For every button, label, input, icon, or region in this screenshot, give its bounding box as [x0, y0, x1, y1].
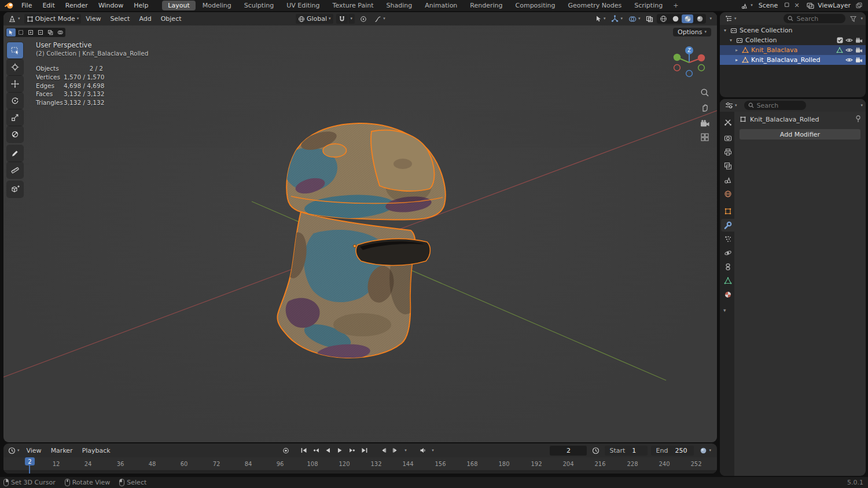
- filter-icon[interactable]: [848, 14, 858, 23]
- zoom-button[interactable]: [698, 86, 712, 100]
- shading-wireframe-button[interactable]: [657, 14, 669, 23]
- workspace-tab-uv-editing[interactable]: UV Editing: [281, 1, 325, 10]
- disable-render-icon[interactable]: [855, 38, 863, 43]
- tool-add-cube-button[interactable]: [7, 181, 23, 197]
- properties-search-input[interactable]: [757, 102, 802, 109]
- hide-eye-icon[interactable]: [845, 47, 853, 53]
- frame-start-field[interactable]: Start1: [605, 446, 648, 456]
- shading-material-button[interactable]: [682, 14, 693, 23]
- playhead-marker[interactable]: 2: [25, 457, 35, 465]
- playhead-line[interactable]: [29, 465, 30, 474]
- timeline-track[interactable]: [3, 470, 717, 474]
- tab-output[interactable]: [722, 146, 734, 159]
- blender-logo-icon[interactable]: [4, 2, 14, 9]
- selectability-dropdown[interactable]: ▾: [593, 14, 608, 24]
- disable-render-icon[interactable]: [855, 57, 863, 63]
- play-reverse-button[interactable]: [322, 445, 333, 456]
- viewport-menu-view[interactable]: View: [81, 12, 105, 25]
- tab-object-data[interactable]: [722, 274, 734, 287]
- workspace-tab-scripting[interactable]: Scripting: [628, 1, 668, 10]
- editor-type-button[interactable]: ▾: [6, 14, 23, 24]
- tab-tool[interactable]: [722, 116, 734, 129]
- workspace-tab-layout[interactable]: Layout: [162, 1, 195, 10]
- timeline-menu-playback[interactable]: Playback: [78, 444, 115, 457]
- tab-particles[interactable]: [722, 233, 734, 245]
- xray-toggle[interactable]: [643, 14, 656, 24]
- balaclava-model[interactable]: [252, 99, 484, 377]
- outliner-row-scene-collection[interactable]: ▾ Scene Collection: [720, 25, 866, 35]
- outliner-row-collection[interactable]: ▾ Collection: [720, 35, 866, 45]
- outliner-search-input[interactable]: [796, 15, 841, 23]
- tab-modifiers[interactable]: [721, 219, 734, 232]
- tab-scene[interactable]: [722, 174, 734, 186]
- add-workspace-button[interactable]: +: [670, 1, 682, 10]
- pan-hand-button[interactable]: [698, 101, 712, 115]
- snap-options-button[interactable]: ▾: [348, 14, 355, 24]
- tool-select-box-button[interactable]: [7, 42, 23, 58]
- overlays-dropdown[interactable]: ▾: [626, 14, 643, 24]
- sync-dropdown[interactable]: ▾: [429, 445, 436, 456]
- workspace-tab-sculpting[interactable]: Sculpting: [238, 1, 279, 10]
- viewport-menu-select[interactable]: Select: [105, 12, 134, 25]
- mode-selector[interactable]: Object Mode ▾: [24, 14, 82, 24]
- viewport-menu-add[interactable]: Add: [134, 12, 156, 25]
- new-scene-button[interactable]: [781, 1, 790, 10]
- shading-rendered-button[interactable]: [694, 14, 705, 23]
- tool-measure-button[interactable]: [7, 162, 23, 178]
- scene-browse-button[interactable]: ▾: [739, 1, 755, 10]
- camera-view-button[interactable]: [698, 116, 712, 130]
- tab-constraints[interactable]: [722, 260, 734, 273]
- proportional-edit-toggle[interactable]: [358, 14, 369, 24]
- timeline-editor-type-button[interactable]: ▾: [6, 446, 22, 456]
- timeline-menu-view[interactable]: View: [22, 444, 46, 457]
- tool-transform-button[interactable]: [7, 126, 23, 142]
- disclosure-closed-icon[interactable]: ▸: [734, 57, 740, 63]
- ortho-grid-button[interactable]: [698, 130, 712, 144]
- new-viewlayer-button[interactable]: [854, 1, 863, 10]
- tab-view-layer[interactable]: [722, 160, 734, 173]
- workspace-tab-modeling[interactable]: Modeling: [197, 1, 237, 10]
- timeline-ruler[interactable]: 12 24 36 48 60 72 84 96 108 120 132 144 …: [3, 457, 717, 470]
- tool-annotate-button[interactable]: [7, 145, 23, 162]
- exclude-checkbox[interactable]: [837, 37, 843, 43]
- tool-cursor-button[interactable]: [7, 59, 23, 75]
- menu-help[interactable]: Help: [128, 0, 153, 11]
- workspace-tab-rendering[interactable]: Rendering: [464, 1, 508, 10]
- viewport-3d[interactable]: ▾ Object Mode ▾ View Select Add Object G…: [3, 12, 717, 442]
- outliner-search[interactable]: [784, 14, 845, 23]
- scene-name[interactable]: Scene: [757, 2, 780, 9]
- auto-keying-toggle[interactable]: [280, 445, 291, 456]
- menu-render[interactable]: Render: [60, 0, 93, 11]
- playback-sync-button[interactable]: [417, 445, 428, 456]
- workspace-tab-texture-paint[interactable]: Texture Paint: [327, 1, 380, 10]
- orientation-selector[interactable]: Global ▾: [296, 14, 333, 24]
- properties-editor[interactable]: ▾ ▾ ▾ Knit_Balaclava_Rolled Add Modifi: [720, 99, 866, 476]
- timeline-editor[interactable]: ▾ View Marker Playback ▾ ▾ 2 Start1 En: [3, 443, 717, 474]
- next-frame-button[interactable]: [390, 445, 401, 456]
- outliner-editor[interactable]: ▾ ▾ ▾ Scene Collection ▾ Collection ▸: [720, 12, 866, 97]
- play-button[interactable]: [334, 445, 345, 456]
- select-mode-invert-button[interactable]: [46, 28, 55, 36]
- chevron-down-icon[interactable]: ▾: [860, 17, 863, 21]
- disclosure-open-icon[interactable]: ▾: [728, 38, 734, 43]
- select-mode-subtract-button[interactable]: [36, 28, 45, 36]
- select-mode-extend-button[interactable]: [16, 28, 25, 36]
- timeline-shading-dropdown[interactable]: ▾: [697, 446, 713, 456]
- workspace-tab-shading[interactable]: Shading: [381, 1, 418, 10]
- jump-to-end-button[interactable]: [359, 445, 370, 456]
- disclosure-closed-icon[interactable]: ▸: [734, 47, 740, 53]
- tab-physics[interactable]: [722, 247, 734, 259]
- properties-search[interactable]: [744, 101, 806, 110]
- pin-icon[interactable]: [855, 115, 861, 123]
- breadcrumb-object-name[interactable]: Knit_Balaclava_Rolled: [750, 116, 819, 123]
- jump-to-start-button[interactable]: [298, 445, 309, 456]
- hide-eye-icon[interactable]: [845, 57, 853, 63]
- menu-file[interactable]: File: [16, 0, 37, 11]
- menu-window[interactable]: Window: [93, 0, 128, 11]
- more-tabs-chevron[interactable]: ▾: [723, 307, 726, 313]
- options-button[interactable]: Options ▾: [673, 28, 711, 36]
- workspace-tab-compositing[interactable]: Compositing: [510, 1, 561, 10]
- select-mode-intersect-button[interactable]: [56, 28, 65, 36]
- disable-render-icon[interactable]: [855, 47, 863, 53]
- outliner-row-knit-balaclava-rolled[interactable]: ▸ Knit_Balaclava_Rolled: [720, 55, 866, 65]
